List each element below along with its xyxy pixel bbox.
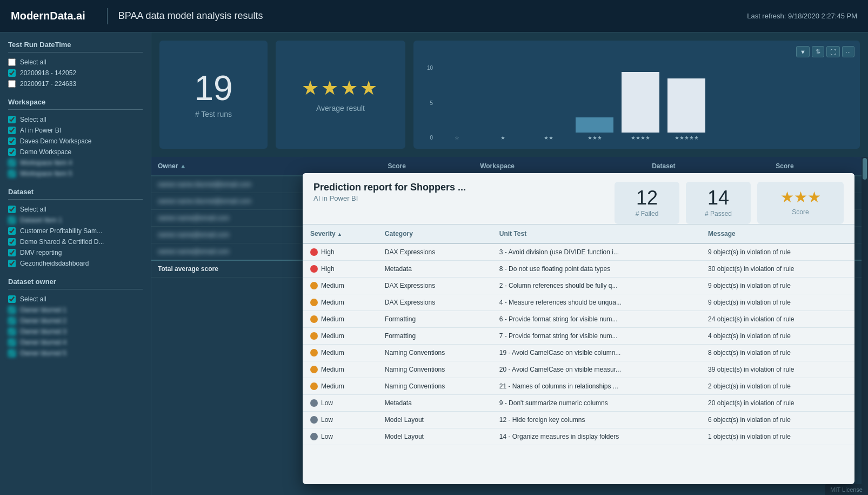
dataset-item-gezond[interactable]: Gezondheidsdashboard <box>8 258 143 269</box>
test-runs-card: 19 # Test runs <box>159 41 268 149</box>
report-table-row: Medium Formatting 6 - Provide format str… <box>303 311 854 328</box>
dataset-select-all-checkbox[interactable] <box>8 206 16 213</box>
owner-checkbox-5[interactable] <box>8 349 16 357</box>
dataset-checkbox-demo[interactable] <box>8 238 16 246</box>
report-table: Severity ▲ Category Unit Test Message Hi… <box>303 225 854 445</box>
workspace-checkbox-ai[interactable] <box>8 127 16 134</box>
dataset-select-all[interactable]: Select all <box>8 204 143 215</box>
owner-item-1[interactable]: Owner blurred 1 <box>8 305 143 315</box>
owner-item-3[interactable]: Owner blurred 3 <box>8 326 143 337</box>
dataset-checkbox-dmv[interactable] <box>8 249 16 256</box>
report-table-row: Low Model Layout 12 - Hide foreign key c… <box>303 412 854 428</box>
failed-label: # Failed <box>625 210 669 217</box>
message-cell: 24 object(s) in violation of rule <box>700 311 854 328</box>
severity-text: High <box>321 248 335 256</box>
category-cell: Metadata <box>377 395 492 412</box>
score-label: Score <box>768 208 833 216</box>
owner-checkbox-3[interactable] <box>8 328 16 335</box>
dataset-item-1[interactable]: Dataset Item 1 <box>8 215 143 226</box>
unit-test-cell: 12 - Hide foreign key columns <box>492 412 700 428</box>
last-refresh: Last refresh: 9/18/2020 2:27:45 PM <box>747 12 857 20</box>
dataset-checkbox-gezond[interactable] <box>8 260 16 267</box>
severity-dot <box>310 332 318 340</box>
page-title: BPAA data model analysis results <box>118 10 263 22</box>
workspace-checkbox-4[interactable] <box>8 159 16 167</box>
workspace-item-5[interactable]: Workspace Item 5 <box>8 168 143 179</box>
test-run-checkbox-1[interactable] <box>8 69 16 77</box>
chart-y-5: 5 <box>422 100 433 106</box>
workspace-checkbox-demo[interactable] <box>8 148 16 156</box>
workspace-item-demo[interactable]: Demo Workspace <box>8 147 143 157</box>
test-run-filter-section: Test Run DateTime Select all 20200918 - … <box>8 41 143 89</box>
bar-label-0star: ☆ <box>455 135 459 141</box>
category-cell: DAX Expressions <box>377 243 492 261</box>
test-run-select-all[interactable]: Select all <box>8 57 143 68</box>
message-cell: 20 object(s) in violation of rule <box>700 395 854 412</box>
report-table-row: High DAX Expressions 3 - Avoid division … <box>303 243 854 261</box>
report-table-row: Medium Naming Conventions 21 - Names of … <box>303 378 854 395</box>
avg-result-card: ★★★★ Average result <box>276 41 405 149</box>
workspace-select-all[interactable]: Select all <box>8 114 143 125</box>
bar-group-2star: ★★ <box>530 133 567 141</box>
dataset-owner-filter-section: Dataset owner Select all Owner blurred 1… <box>8 278 143 359</box>
owner-checkbox-2[interactable] <box>8 317 16 325</box>
severity-dot <box>310 366 318 373</box>
workspace-checkbox-5[interactable] <box>8 170 16 177</box>
chart-y-0: 0 <box>422 135 433 141</box>
bar-group-5star: ★★★★★ <box>667 78 705 141</box>
dataset-item-demo[interactable]: Demo Shared & Certified D... <box>8 236 143 247</box>
category-cell: Naming Conventions <box>377 361 492 378</box>
bar-label-1star: ★ <box>500 135 505 141</box>
workspace-item-ai[interactable]: AI in Power BI <box>8 125 143 136</box>
dataset-filter-title: Dataset <box>8 188 143 200</box>
workspace-checkbox-daves[interactable] <box>8 137 16 145</box>
unit-test-cell: 4 - Measure references should be unqua..… <box>492 294 700 311</box>
report-subtitle: AI in Power BI <box>313 194 604 202</box>
unit-test-cell: 7 - Provide format string for visible nu… <box>492 328 700 345</box>
severity-text: Low <box>321 416 333 424</box>
owner-item-5[interactable]: Owner blurred 5 <box>8 348 143 359</box>
severity-text: Medium <box>321 382 344 390</box>
workspace-filter-section: Workspace Select all AI in Power BI Dave… <box>8 98 143 179</box>
report-table-row: Medium DAX Expressions 4 - Measure refer… <box>303 294 854 311</box>
owner-item-4[interactable]: Owner blurred 4 <box>8 337 143 348</box>
owner-item-2[interactable]: Owner blurred 2 <box>8 315 143 326</box>
workspace-select-all-checkbox[interactable] <box>8 116 16 123</box>
message-cell: 6 object(s) in violation of rule <box>700 412 854 428</box>
test-run-item-2[interactable]: 20200917 - 224633 <box>8 78 143 89</box>
category-cell: Formatting <box>377 328 492 345</box>
message-cell: 9 object(s) in violation of rule <box>700 243 854 261</box>
dataset-checkbox-1[interactable] <box>8 216 16 224</box>
dataset-owner-select-all[interactable]: Select all <box>8 294 143 305</box>
dataset-checkbox-customer[interactable] <box>8 227 16 235</box>
test-runs-label: # Test runs <box>195 110 232 118</box>
message-cell: 39 object(s) in violation of rule <box>700 361 854 378</box>
dataset-owner-filter-title: Dataset owner <box>8 278 143 289</box>
message-cell: 8 object(s) in violation of rule <box>700 345 854 361</box>
avg-result-label: Average result <box>316 104 365 113</box>
test-run-item-1[interactable]: 20200918 - 142052 <box>8 68 143 78</box>
unit-test-cell: 14 - Organize measures in display folder… <box>492 428 700 445</box>
workspace-item-4[interactable]: Workspace Item 4 <box>8 157 143 168</box>
chart-card: ▼ ⇅ ⛶ ··· 10 5 0 ☆ <box>413 41 860 149</box>
test-run-select-all-checkbox[interactable] <box>8 58 16 66</box>
severity-text: Low <box>321 399 333 407</box>
category-cell: Naming Conventions <box>377 378 492 395</box>
severity-dot <box>310 282 318 289</box>
dataset-item-customer[interactable]: Customer Profitability Sam... <box>8 226 143 236</box>
bar-group-0star: ☆ <box>438 133 476 141</box>
report-table-row: Medium Naming Conventions 20 - Avoid Cam… <box>303 361 854 378</box>
modal-overlay: Prediction report for Shoppers ... AI in… <box>151 157 868 495</box>
owner-checkbox-1[interactable] <box>8 306 16 314</box>
header-divider <box>107 8 108 24</box>
dataset-item-dmv[interactable]: DMV reporting <box>8 247 143 258</box>
severity-dot <box>310 416 318 424</box>
severity-dot <box>310 315 318 323</box>
dataset-owner-select-all-checkbox[interactable] <box>8 295 16 303</box>
owner-checkbox-4[interactable] <box>8 339 16 346</box>
workspace-item-daves[interactable]: Daves Demo Workspace <box>8 136 143 147</box>
test-run-checkbox-2[interactable] <box>8 80 16 88</box>
report-table-area[interactable]: Severity ▲ Category Unit Test Message Hi… <box>303 225 854 484</box>
failed-stat-card: 12 # Failed <box>615 182 679 224</box>
message-cell: 30 object(s) in violation of rule <box>700 261 854 278</box>
